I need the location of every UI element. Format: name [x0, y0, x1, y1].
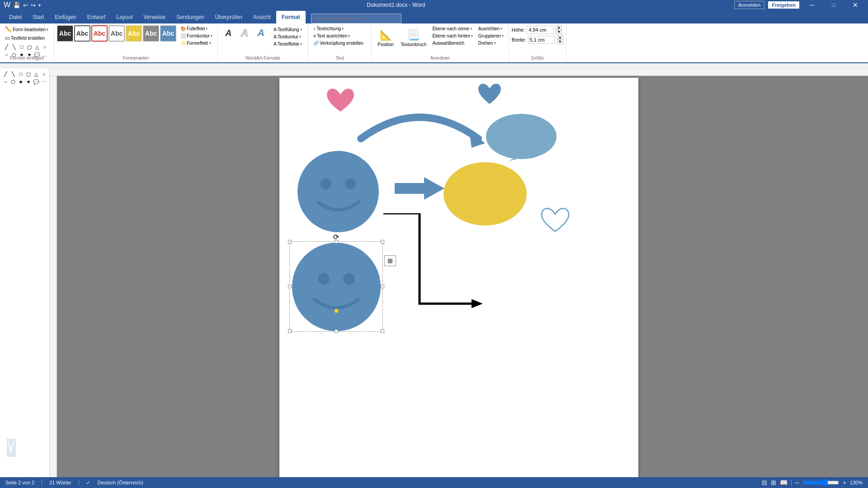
shape-round-rect[interactable]: ▢: [26, 43, 33, 51]
style-swatch-6[interactable]: Abc: [143, 25, 159, 42]
sel-handle-mr[interactable]: [381, 285, 384, 288]
tab-format[interactable]: Format: [276, 11, 306, 23]
shape-blue-face-2-selected[interactable]: ⟳ ⊞: [289, 241, 383, 332]
shape-rect[interactable]: □: [18, 43, 25, 51]
shape-blue-arrow[interactable]: [395, 175, 444, 202]
svg-point-9: [292, 243, 381, 331]
shape-line2[interactable]: ╲: [10, 43, 18, 51]
wordart-plain[interactable]: A: [221, 25, 236, 41]
layout-options-popup[interactable]: ⊞: [384, 255, 396, 266]
shape-line[interactable]: ╱: [3, 43, 10, 51]
maximize-button[interactable]: □: [825, 0, 843, 10]
view-print[interactable]: ⊟: [762, 479, 767, 486]
toolbar-heart[interactable]: ♥: [25, 78, 32, 85]
toolbar-round-rect[interactable]: ▢: [25, 70, 32, 78]
qat-save[interactable]: 💾: [13, 2, 20, 9]
hoehe-input[interactable]: [527, 26, 554, 34]
tab-ueberpruefen[interactable]: Überprüfen: [210, 11, 248, 23]
toolbar-pentagon[interactable]: ⬠: [9, 78, 17, 85]
formeffekt-btn[interactable]: ✨Formeffekt▾: [178, 40, 215, 47]
toolbar-callout[interactable]: 💬: [33, 78, 40, 85]
zoom-slider[interactable]: [803, 479, 839, 486]
ausrichten-btn[interactable]: Ausrichten▾: [476, 25, 506, 32]
tab-start[interactable]: Start: [27, 11, 49, 23]
text-ausrichten-btn[interactable]: ≡Text ausrichten▾: [311, 33, 352, 39]
breite-down[interactable]: ▼: [557, 40, 563, 44]
view-read[interactable]: 📖: [780, 479, 788, 486]
tab-entwurf[interactable]: Entwurf: [82, 11, 111, 23]
textumbruch-btn[interactable]: 📃 Textumbruch: [398, 25, 429, 52]
toolbar-triangle[interactable]: △: [33, 70, 40, 78]
freigeben-button[interactable]: Freigeben: [768, 1, 799, 9]
textfeld-erstellen-btn[interactable]: ▭ Textfeld erstellen: [3, 34, 47, 42]
fuelleffekt-btn[interactable]: 🎨Fülleffekt▾: [178, 25, 215, 32]
gruppieren-btn[interactable]: Gruppieren▾: [476, 33, 506, 39]
sel-handle-br[interactable]: [381, 329, 384, 333]
toolbar-star[interactable]: ★: [17, 78, 24, 85]
ebene-vorne-btn[interactable]: Ebene nach vorne▾: [430, 25, 475, 32]
tab-einfuegen[interactable]: Einfügen: [49, 11, 81, 23]
breite-up[interactable]: ▲: [557, 35, 563, 40]
toolbar-ellipse[interactable]: ○: [40, 70, 47, 78]
sel-handle-tr[interactable]: [381, 240, 384, 244]
adjust-handle[interactable]: [334, 309, 339, 313]
toolbar-more-shapes[interactable]: ⋯: [40, 78, 47, 85]
tab-layout[interactable]: Layout: [111, 11, 138, 23]
hoehe-up[interactable]: ▲: [556, 25, 562, 30]
sel-handle-ml[interactable]: [288, 285, 292, 288]
group-label-anordnen: Anordnen: [372, 56, 509, 61]
tab-datei[interactable]: Datei: [4, 11, 27, 23]
zoom-out[interactable]: ─: [795, 479, 799, 486]
toolbar-rect[interactable]: □: [17, 70, 24, 78]
drehen-btn[interactable]: Drehen▾: [476, 40, 506, 47]
style-swatch-7[interactable]: Abc: [160, 25, 176, 42]
tab-ansicht[interactable]: Ansicht: [248, 11, 276, 23]
tab-sendungen[interactable]: Sendungen: [171, 11, 209, 23]
style-swatch-3[interactable]: Abc: [91, 25, 108, 42]
tab-verweise[interactable]: Verweise: [138, 11, 171, 23]
shape-blue-face-1[interactable]: [295, 150, 381, 234]
shape-ellipse[interactable]: ○: [41, 43, 48, 51]
qat-redo[interactable]: ↪: [31, 2, 36, 9]
shape-elbow-arrow[interactable]: [383, 213, 483, 322]
sel-handle-bm[interactable]: [335, 329, 338, 333]
formkontur-btn[interactable]: ⬜Formkontur▾: [178, 33, 215, 39]
shape-arch-arrow[interactable]: [352, 94, 487, 152]
shape-triangle[interactable]: △: [33, 43, 41, 51]
spellcheck-btn[interactable]: ✓: [86, 480, 90, 486]
style-swatch-5[interactable]: Abc: [126, 25, 142, 42]
shape-outline-heart[interactable]: [539, 206, 571, 236]
sel-handle-tl[interactable]: [288, 240, 292, 244]
style-swatch-1[interactable]: Abc: [57, 25, 73, 42]
textrichtung-btn[interactable]: ↕Textrichtung▾: [311, 25, 346, 32]
toolbar-arrow-right[interactable]: →: [2, 78, 9, 85]
ebene-hinten-btn[interactable]: Ebene nach hinten▾: [430, 33, 475, 39]
wordart-outline[interactable]: A: [237, 25, 252, 41]
view-web[interactable]: ⊞: [771, 479, 776, 486]
close-button[interactable]: ✕: [846, 0, 864, 10]
shape-speech-bubble[interactable]: [485, 112, 557, 161]
form-bearbeiten-btn[interactable]: ✏️ Form bearbeiten ▾: [3, 25, 51, 33]
sel-handle-bl[interactable]: [288, 329, 292, 333]
hoehe-down[interactable]: ▼: [556, 30, 562, 34]
textfuellung-btn[interactable]: ATextfüllung▾: [271, 26, 304, 33]
position-btn[interactable]: 📐 Position: [374, 25, 397, 52]
toolbar-line2[interactable]: ╲: [9, 70, 17, 78]
breite-input[interactable]: [528, 36, 555, 44]
style-swatch-2[interactable]: Abc: [74, 25, 90, 42]
search-input[interactable]: [311, 14, 401, 23]
style-swatch-4[interactable]: Abc: [108, 25, 125, 42]
qat-more[interactable]: ▾: [38, 3, 41, 8]
verknuepfung-btn[interactable]: 🔗Verknüpfung erstellen: [311, 40, 366, 47]
sel-handle-tm[interactable]: [335, 240, 338, 244]
shape-blue-heart[interactable]: [476, 82, 503, 107]
toolbar-line[interactable]: ╱: [2, 70, 9, 78]
auswahlbereich-btn[interactable]: Auswahlbereich: [430, 40, 475, 47]
anmelden-button[interactable]: Anmelden: [734, 1, 765, 9]
qat-undo[interactable]: ↩: [23, 2, 28, 9]
texteffekte-btn[interactable]: ATexteffekte▾: [271, 41, 304, 47]
textkontur-btn[interactable]: ATextkontur▾: [271, 33, 304, 40]
wordart-shadow[interactable]: A: [253, 25, 269, 41]
minimize-button[interactable]: ─: [803, 0, 821, 10]
zoom-in[interactable]: +: [843, 479, 846, 486]
